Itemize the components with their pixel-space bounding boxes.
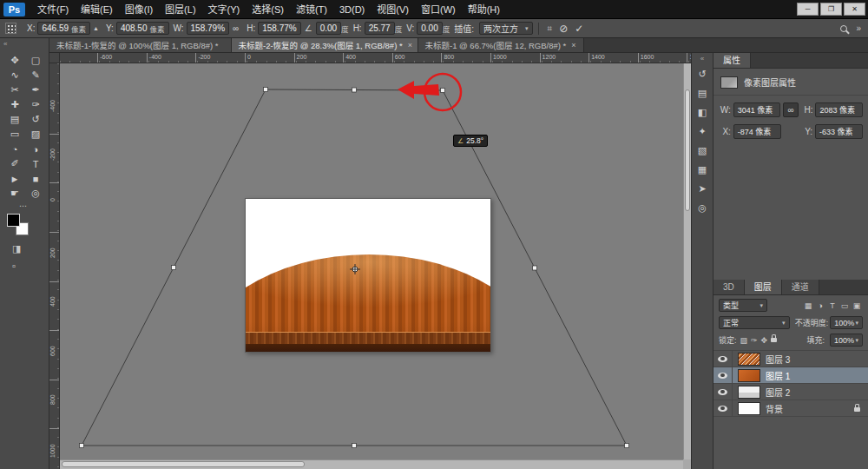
- horizontal-scrollbar-thumb[interactable]: [62, 461, 305, 467]
- menu-item[interactable]: 文字(Y): [202, 0, 247, 19]
- eyedropper-tool-icon[interactable]: ✒: [25, 83, 46, 97]
- document-tab[interactable]: 未标题-2-恢复的 @ 28.3%(图层 1, RGB/8#) * ×: [232, 38, 418, 52]
- hskew-input[interactable]: 25.77: [365, 22, 395, 35]
- smart-object-filter-icon[interactable]: ▣: [851, 301, 863, 310]
- panel-tab[interactable]: 通道: [782, 280, 819, 294]
- foreground-color-swatch[interactable]: [7, 214, 20, 227]
- lock-all-icon[interactable]: [771, 338, 777, 342]
- filter-type-select[interactable]: 类型 ▾: [719, 299, 767, 312]
- screen-mode-icon[interactable]: ▫: [12, 261, 16, 271]
- warp-mode-icon[interactable]: ⌗: [548, 23, 553, 34]
- layer-name[interactable]: 背景: [766, 402, 783, 415]
- pen-tool-icon[interactable]: ✐: [4, 156, 25, 171]
- document-tab[interactable]: 未标题-1-恢复的 @ 100%(图层 1, RGB/8#) *: [49, 38, 232, 52]
- path-selection-tool-icon[interactable]: ►: [4, 171, 25, 186]
- eye-icon[interactable]: [718, 406, 727, 412]
- y-input[interactable]: 408.50像素: [116, 22, 169, 35]
- eye-icon[interactable]: [718, 356, 727, 362]
- search-icon[interactable]: [840, 25, 847, 32]
- horizontal-scrollbar[interactable]: [60, 459, 683, 469]
- menu-item[interactable]: 文件(F): [31, 0, 75, 19]
- lock-transparent-icon[interactable]: ▨: [740, 336, 748, 345]
- layer-row[interactable]: 图层 3: [713, 351, 868, 367]
- layer-thumbnail[interactable]: [738, 386, 760, 399]
- styles-panel-icon[interactable]: ✦: [692, 122, 713, 141]
- angle-input[interactable]: 0.00: [316, 22, 341, 35]
- menu-item[interactable]: 滤镜(T): [290, 0, 333, 19]
- clone-stamp-tool-icon[interactable]: ▤: [4, 112, 25, 127]
- eye-icon[interactable]: [718, 373, 727, 379]
- quick-mask-icon[interactable]: ◨: [12, 243, 21, 254]
- collapse-tools-icon[interactable]: «: [3, 40, 7, 48]
- interpolation-select[interactable]: 两次立方▾: [479, 22, 533, 35]
- visibility-cell[interactable]: [713, 400, 733, 416]
- menu-item[interactable]: 选择(S): [246, 0, 290, 19]
- type-filter-icon[interactable]: T: [826, 301, 838, 310]
- visibility-cell[interactable]: [713, 367, 733, 383]
- marquee-tool-icon[interactable]: ▢: [25, 53, 46, 68]
- eraser-tool-icon[interactable]: ▭: [4, 127, 25, 142]
- ruler-origin-corner[interactable]: [49, 53, 60, 63]
- relative-position-icon[interactable]: ▲: [93, 25, 99, 31]
- quick-selection-tool-icon[interactable]: ✎: [25, 68, 46, 83]
- reference-point-icon[interactable]: [5, 23, 16, 34]
- paths-panel-icon[interactable]: ➤: [692, 179, 713, 198]
- close-button[interactable]: ✕: [844, 3, 865, 16]
- vskew-input[interactable]: 0.00: [417, 22, 442, 35]
- brush-tool-icon[interactable]: ✑: [25, 97, 46, 112]
- lock-pixels-icon[interactable]: ✑: [751, 336, 758, 345]
- timeline-panel-icon[interactable]: ◎: [692, 198, 713, 217]
- lasso-tool-icon[interactable]: ∿: [4, 68, 25, 83]
- prop-x-input[interactable]: -874 像素: [733, 124, 781, 139]
- link-dimensions-icon[interactable]: ∞: [233, 23, 239, 33]
- channels-panel-icon[interactable]: ▦: [692, 160, 713, 179]
- swatches-panel-icon[interactable]: ▤: [692, 83, 713, 102]
- menu-item[interactable]: 图像(I): [119, 0, 159, 19]
- height-input[interactable]: 158.77%: [258, 22, 300, 35]
- layer-row[interactable]: 图层 1: [713, 367, 868, 384]
- dodge-tool-icon[interactable]: ◑: [25, 142, 46, 156]
- crop-tool-icon[interactable]: ✂: [4, 83, 25, 97]
- adjustments-panel-icon[interactable]: ◧: [692, 102, 713, 122]
- layer-name[interactable]: 图层 3: [766, 353, 790, 366]
- width-input[interactable]: 158.79%: [187, 22, 229, 35]
- eye-icon[interactable]: [718, 389, 727, 395]
- restore-button[interactable]: ❐: [820, 3, 842, 16]
- visibility-cell[interactable]: [713, 351, 733, 367]
- prop-y-input[interactable]: -633 像素: [815, 124, 863, 139]
- history-brush-tool-icon[interactable]: ↺: [25, 112, 46, 127]
- lock-position-icon[interactable]: ✥: [761, 336, 768, 345]
- menu-item[interactable]: 视图(V): [371, 0, 415, 19]
- shape-tool-icon[interactable]: ■: [25, 171, 46, 186]
- tab-close-icon[interactable]: ×: [571, 41, 575, 50]
- blend-mode-select[interactable]: 正常 ▾: [719, 316, 790, 329]
- link-wh-icon[interactable]: ∞: [783, 102, 798, 117]
- canvas[interactable]: ∠ 25.8°: [60, 63, 683, 459]
- expand-panels-icon[interactable]: «: [692, 53, 713, 64]
- move-tool-icon[interactable]: ✥: [4, 53, 25, 68]
- fill-select[interactable]: 100% ▾: [830, 334, 863, 347]
- commit-transform-button[interactable]: ✓: [575, 23, 583, 35]
- document-tab[interactable]: 未标题-1 @ 66.7%(图层 12, RGB/8#) * ×: [418, 38, 584, 52]
- pixel-filter-icon[interactable]: ▦: [802, 301, 814, 310]
- type-tool-icon[interactable]: T: [25, 156, 46, 171]
- vertical-scrollbar-thumb[interactable]: [685, 89, 690, 211]
- tab-properties[interactable]: 属性: [713, 53, 751, 68]
- tab-close-icon[interactable]: ×: [408, 41, 412, 50]
- layer-name[interactable]: 图层 2: [766, 386, 790, 399]
- workspace-chevrons-icon[interactable]: »: [856, 23, 861, 33]
- adjustment-filter-icon[interactable]: ◑: [814, 301, 826, 310]
- zoom-tool-icon[interactable]: ◎: [25, 186, 46, 201]
- gradient-tool-icon[interactable]: ▨: [25, 127, 46, 142]
- x-input[interactable]: 646.59像素: [37, 22, 90, 35]
- layer-row[interactable]: 背景: [713, 400, 868, 417]
- color-panel-icon[interactable]: ▧: [692, 141, 713, 160]
- shape-filter-icon[interactable]: ▭: [838, 301, 851, 310]
- history-panel-icon[interactable]: ↺: [692, 64, 713, 83]
- menu-item[interactable]: 帮助(H): [462, 0, 506, 19]
- prop-h-input[interactable]: 2083 像素: [815, 102, 863, 117]
- menu-item[interactable]: 窗口(W): [415, 0, 462, 19]
- layer-thumbnail[interactable]: [738, 402, 760, 415]
- edit-toolbar-icon[interactable]: ⋯: [19, 201, 27, 210]
- minimize-button[interactable]: ─: [797, 3, 819, 16]
